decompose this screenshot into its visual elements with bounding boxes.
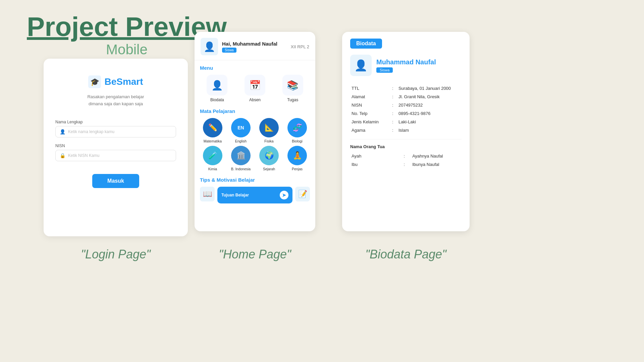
nisn-placeholder: Ketik NISN Kamu (68, 153, 99, 158)
biodata-icon-box: 👤 (207, 75, 227, 96)
biodata-user-row: 👤 Muhammad Naufal Siswa (350, 55, 462, 76)
table-row: Ayah : Ayahnya Naufal (350, 152, 462, 160)
biodata-divider (350, 139, 462, 139)
name-label: Nama Lengkap (55, 120, 176, 124)
biodata-avatar: 👤 (350, 55, 372, 76)
separator: : (389, 126, 397, 134)
subjects-section-title: Mata Pelajaran (200, 108, 310, 114)
user-role-badge: Siswa (222, 48, 236, 53)
biodata-table: TTL : Surabaya, 01 Januari 2000 Alamat :… (350, 84, 462, 134)
separator: : (389, 101, 397, 109)
telp-value: 0895-4321-9876 (397, 109, 462, 118)
name-placeholder: Ketik nama lengkap kamu (68, 129, 114, 134)
biodata-page-label: "Biodata Page" (342, 247, 470, 261)
matematika-label: Matematika (204, 139, 222, 143)
besmart-logo-icon: 🎓 (88, 75, 101, 88)
tugas-menu-label: Tugas (287, 98, 298, 102)
user-avatar: 👤 (201, 38, 218, 55)
separator: : (389, 118, 397, 126)
subject-english[interactable]: EN English (228, 118, 254, 143)
name-input-wrap[interactable]: 👤 Ketik nama lengkap kamu (55, 126, 176, 137)
menu-row: 👤 Biodata 📅 Absen 📚 Tugas (200, 75, 310, 102)
telp-label: No. Telp (350, 109, 389, 118)
home-card: 👤 Hai, Muhammad Naufal Siswa XII RPL 2 M… (195, 32, 315, 231)
subject-biologi[interactable]: 🧬 Biologi (284, 118, 310, 143)
separator: : (389, 84, 397, 93)
tips-extra-thumb: 📝 (295, 187, 310, 201)
nisn-label: NISN (55, 143, 176, 148)
b-indonesia-icon: 🏛️ (231, 146, 251, 165)
user-icon: 👤 (60, 129, 65, 134)
login-tagline: Rasakan pengalaman belajar dimana saja d… (87, 94, 144, 108)
menu-item-absen[interactable]: 📅 Absen (238, 75, 272, 102)
user-info: Hai, Muhammad Naufal Siswa (222, 41, 287, 53)
subject-penjas[interactable]: 🧘 Penjas (284, 146, 310, 171)
lock-icon: 🔒 (60, 153, 65, 158)
biodata-user-role: Siswa (376, 67, 393, 73)
table-row: Ibu : Ibunya Naufal (350, 160, 462, 169)
tips-card[interactable]: Tujuan Belajar ➤ (217, 187, 292, 203)
separator: : (389, 109, 397, 118)
menu-item-tugas[interactable]: 📚 Tugas (275, 75, 310, 102)
table-row: Alamat : Jl. Granit Nila, Gresik (350, 93, 462, 101)
login-page-label: "Login Page" (44, 247, 188, 261)
subject-b-indonesia[interactable]: 🏛️ B. Indonesia (228, 146, 254, 171)
fisika-icon: 📐 (259, 118, 279, 137)
kelamin-value: Laki-Laki (397, 118, 462, 126)
masuk-button[interactable]: Masuk (92, 174, 139, 188)
agama-label: Agama (350, 126, 389, 134)
nisn-label: NISN (350, 101, 389, 109)
ttl-label: TTL (350, 84, 389, 93)
agama-value: Islam (397, 126, 462, 134)
menu-item-biodata[interactable]: 👤 Biodata (200, 75, 234, 102)
biodata-user-info: Muhammad Naufal Siswa (376, 58, 436, 73)
biodata-user-name: Muhammad Naufal (376, 58, 436, 66)
ttl-value: Surabaya, 01 Januari 2000 (397, 84, 462, 93)
tugas-icon-box: 📚 (282, 75, 303, 96)
menu-section-title: Menu (200, 65, 310, 71)
table-row: TTL : Surabaya, 01 Januari 2000 (350, 84, 462, 93)
tips-thumbnail: 📖 (200, 187, 215, 201)
sejarah-icon: 🌍 (259, 146, 279, 165)
tips-section-title: Tips & Motivasi Belajar (200, 177, 310, 183)
nisn-input-wrap[interactable]: 🔒 Ketik NISN Kamu (55, 150, 176, 161)
absen-icon-box: 📅 (245, 75, 265, 96)
penjas-label: Penjas (292, 167, 303, 171)
separator: : (401, 152, 411, 160)
nisn-field: NISN 🔒 Ketik NISN Kamu (55, 143, 176, 161)
login-card: 🎓 BeSmart Rasakan pengalaman belajar dim… (44, 59, 188, 236)
matematika-icon: ✏️ (203, 118, 222, 137)
table-row: Agama : Islam (350, 126, 462, 134)
subject-matematika[interactable]: ✏️ Matematika (200, 118, 225, 143)
home-page-label: "Home Page" (195, 247, 315, 261)
alamat-value: Jl. Granit Nila, Gresik (397, 93, 462, 101)
subject-fisika[interactable]: 📐 Fisika (256, 118, 282, 143)
home-user-header: 👤 Hai, Muhammad Naufal Siswa XII RPL 2 (195, 32, 315, 60)
biodata-header-badge: Biodata (350, 39, 382, 49)
table-row: No. Telp : 0895-4321-9876 (350, 109, 462, 118)
login-logo: 🎓 BeSmart (88, 75, 143, 88)
separator: : (389, 93, 397, 101)
user-class: XII RPL 2 (291, 44, 309, 49)
subject-sejarah[interactable]: 🌍 Sejarah (256, 146, 282, 171)
absen-menu-label: Absen (249, 98, 261, 102)
orang-tua-label: Nama Orang Tua (350, 144, 462, 149)
english-icon: EN (231, 118, 251, 137)
kimia-label: Kimia (208, 167, 217, 171)
ibu-value: Ibunya Naufal (411, 160, 462, 169)
ayah-value: Ayahnya Naufal (411, 152, 462, 160)
separator: : (401, 160, 411, 169)
svg-text:🎓: 🎓 (90, 77, 100, 86)
english-label: English (235, 139, 247, 143)
home-scroll: Menu 👤 Biodata 📅 Absen 📚 Tugas Mata Pela… (195, 60, 315, 230)
biodata-menu-label: Biodata (210, 98, 224, 102)
nisn-value: 2074975232 (397, 101, 462, 109)
subject-kimia[interactable]: 🧪 Kimia (200, 146, 225, 171)
tips-row: 📖 Tujuan Belajar ➤ 📝 (200, 187, 310, 203)
kelamin-label: Jenis Kelamin (350, 118, 389, 126)
alamat-label: Alamat (350, 93, 389, 101)
subject-grid: ✏️ Matematika EN English 📐 Fisika 🧬 Biol… (200, 118, 310, 171)
name-field: Nama Lengkap 👤 Ketik nama lengkap kamu (55, 120, 176, 137)
b-indonesia-label: B. Indonesia (231, 167, 251, 171)
kimia-icon: 🧪 (203, 146, 222, 165)
